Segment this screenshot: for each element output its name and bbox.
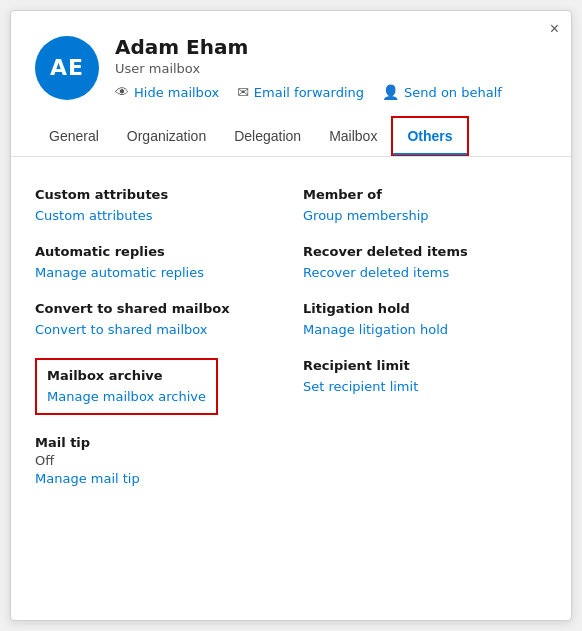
content: Custom attributes Custom attributes Memb… <box>11 157 571 507</box>
avatar: AE <box>35 36 99 100</box>
hide-mailbox-icon: 👁 <box>115 84 129 100</box>
automatic-replies-link[interactable]: Manage automatic replies <box>35 265 204 280</box>
section-automatic-replies: Automatic replies Manage automatic repli… <box>35 234 291 291</box>
automatic-replies-title: Automatic replies <box>35 244 279 259</box>
section-mailbox-archive: Mailbox archive Manage mailbox archive <box>35 348 291 425</box>
mailbox-archive-link[interactable]: Manage mailbox archive <box>47 389 206 404</box>
section-recover-deleted: Recover deleted items Recover deleted it… <box>291 234 547 291</box>
header-actions: 👁 Hide mailbox ✉ Email forwarding 👤 Send… <box>115 84 502 100</box>
recover-deleted-link[interactable]: Recover deleted items <box>303 265 449 280</box>
tab-delegation[interactable]: Delegation <box>220 116 315 156</box>
email-forwarding-action[interactable]: ✉ Email forwarding <box>237 84 364 100</box>
litigation-hold-title: Litigation hold <box>303 301 547 316</box>
recipient-limit-link[interactable]: Set recipient limit <box>303 379 418 394</box>
section-convert-shared: Convert to shared mailbox Convert to sha… <box>35 291 291 348</box>
user-name: Adam Eham <box>115 35 502 59</box>
hide-mailbox-label: Hide mailbox <box>134 85 219 100</box>
member-of-link[interactable]: Group membership <box>303 208 429 223</box>
tab-general[interactable]: General <box>35 116 113 156</box>
close-button[interactable]: × <box>550 21 559 37</box>
send-on-behalf-action[interactable]: 👤 Send on behalf <box>382 84 502 100</box>
convert-shared-title: Convert to shared mailbox <box>35 301 279 316</box>
mailbox-archive-highlight: Mailbox archive Manage mailbox archive <box>35 358 218 415</box>
recover-deleted-title: Recover deleted items <box>303 244 547 259</box>
tabs: General Organization Delegation Mailbox … <box>11 116 571 157</box>
member-of-title: Member of <box>303 187 547 202</box>
section-recipient-limit: Recipient limit Set recipient limit <box>291 348 547 425</box>
section-litigation-hold: Litigation hold Manage litigation hold <box>291 291 547 348</box>
header: AE Adam Eham User mailbox 👁 Hide mailbox… <box>11 11 571 116</box>
section-custom-attributes: Custom attributes Custom attributes <box>35 177 291 234</box>
mail-tip-title: Mail tip <box>35 435 547 450</box>
tab-others[interactable]: Others <box>391 116 468 156</box>
mail-tip-link[interactable]: Manage mail tip <box>35 471 140 486</box>
avatar-initials: AE <box>50 55 84 80</box>
user-type: User mailbox <box>115 61 502 76</box>
recipient-limit-title: Recipient limit <box>303 358 547 373</box>
convert-shared-link[interactable]: Convert to shared mailbox <box>35 322 208 337</box>
tab-mailbox[interactable]: Mailbox <box>315 116 391 156</box>
send-on-behalf-label: Send on behalf <box>404 85 502 100</box>
mail-tip-value: Off <box>35 453 547 468</box>
section-member-of: Member of Group membership <box>291 177 547 234</box>
header-info: Adam Eham User mailbox 👁 Hide mailbox ✉ … <box>115 35 502 100</box>
custom-attributes-link[interactable]: Custom attributes <box>35 208 152 223</box>
email-forwarding-label: Email forwarding <box>254 85 364 100</box>
custom-attributes-title: Custom attributes <box>35 187 279 202</box>
hide-mailbox-action[interactable]: 👁 Hide mailbox <box>115 84 219 100</box>
tab-organization[interactable]: Organization <box>113 116 220 156</box>
panel: × AE Adam Eham User mailbox 👁 Hide mailb… <box>10 10 572 621</box>
email-forwarding-icon: ✉ <box>237 84 249 100</box>
litigation-hold-link[interactable]: Manage litigation hold <box>303 322 448 337</box>
send-on-behalf-icon: 👤 <box>382 84 399 100</box>
mailbox-archive-title: Mailbox archive <box>47 368 206 383</box>
section-mail-tip: Mail tip Off Manage mail tip <box>35 425 547 487</box>
